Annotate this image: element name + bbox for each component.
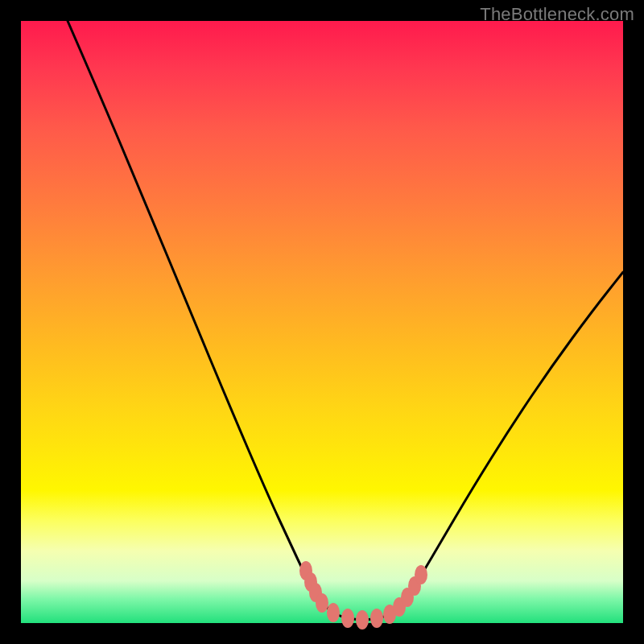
marker-dot [370,609,383,628]
bottleneck-curve [68,21,623,620]
marker-dot [316,593,328,613]
marker-dot [356,610,369,630]
chart-frame: TheBottleneck.com [0,0,644,644]
marker-dot [341,609,354,628]
curve-svg [21,21,623,623]
highlight-markers [299,561,427,630]
marker-dot [415,565,427,584]
marker-dot [327,603,340,622]
plot-area [21,21,623,623]
